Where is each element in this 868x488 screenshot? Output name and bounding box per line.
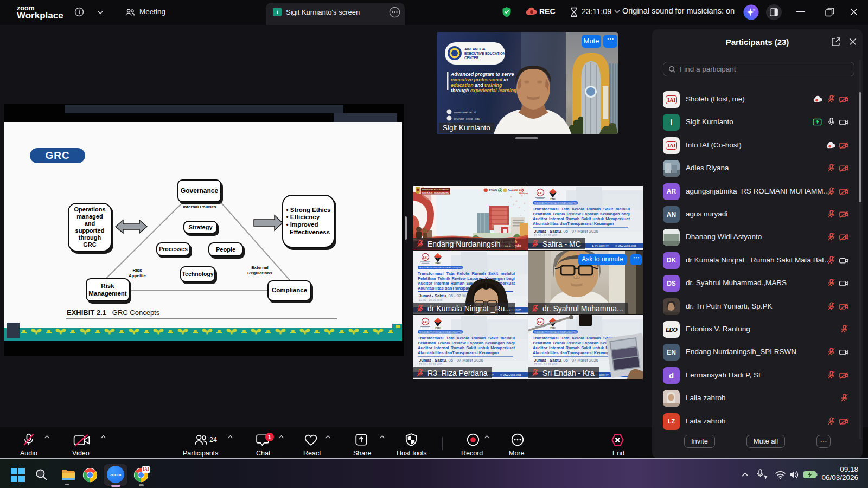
svg-text:PEMERINTAH KOTA SEMARANG: PEMERINTAH KOTA SEMARANG	[422, 188, 449, 191]
svg-text:CENTER: CENTER	[464, 56, 479, 60]
svg-text:13.00 - 16.39 WIB: 13.00 - 16.39 WIB	[534, 234, 558, 237]
svg-text:✆ 0822-2983-2055: ✆ 0822-2983-2055	[615, 245, 636, 247]
svg-text:www.unair.ac.id: www.unair.ac.id	[453, 111, 476, 114]
svg-text:✆ 0822-2983-2055: ✆ 0822-2983-2055	[500, 374, 521, 376]
svg-text:IAI: IAI	[423, 320, 428, 324]
svg-text:executive professional in: executive professional in	[451, 77, 508, 82]
svg-text:PIKBI: PIKBI	[550, 198, 555, 200]
svg-text:EXECUTIVE EDUCATION: EXECUTIVE EDUCATION	[464, 52, 506, 55]
svg-text:13.00 - 16.39 WIB: 13.00 - 16.39 WIB	[419, 363, 443, 366]
svg-text:@unair_exec_edu: @unair_exec_edu	[454, 117, 480, 120]
svg-text:Jumat - Sabtu, 06 - 07 Maret 2: Jumat - Sabtu, 06 - 07 Maret 2026	[419, 358, 483, 363]
svg-text:education and training: education and training	[451, 82, 502, 88]
svg-text:through experiential learning: through experiential learning	[451, 88, 517, 93]
svg-text:BerAKHLAK: BerAKHLAK	[508, 189, 523, 192]
svg-text:Jumat - Sabtu, 06 - 07 Maret 2: Jumat - Sabtu, 06 - 07 Maret 2026	[534, 229, 598, 234]
svg-text:RSWN: RSWN	[489, 189, 497, 192]
svg-text:PIKBI: PIKBI	[435, 327, 440, 329]
svg-text:▶ IAI Jatim TV: ▶ IAI Jatim TV	[592, 245, 609, 247]
svg-text:RSUD K.R.M.T WONGSONEGORO: RSUD K.R.M.T WONGSONEGORO	[422, 192, 449, 194]
svg-text:#Melayani: #Melayani	[519, 192, 528, 195]
svg-text:AIRLANGGA: AIRLANGGA	[464, 47, 486, 51]
svg-text:PENDIDIKAN PROFESIONAL BERKELA: PENDIDIKAN PROFESIONAL BERKELANJUTAN (PP…	[419, 331, 462, 333]
svg-text:IAI: IAI	[538, 191, 543, 195]
svg-text:Advanced program to serve: Advanced program to serve	[450, 72, 514, 77]
svg-text:PENDIDIKAN PROFESIONAL BERKELA: PENDIDIKAN PROFESIONAL BERKELANJUTAN (PP…	[534, 202, 577, 204]
